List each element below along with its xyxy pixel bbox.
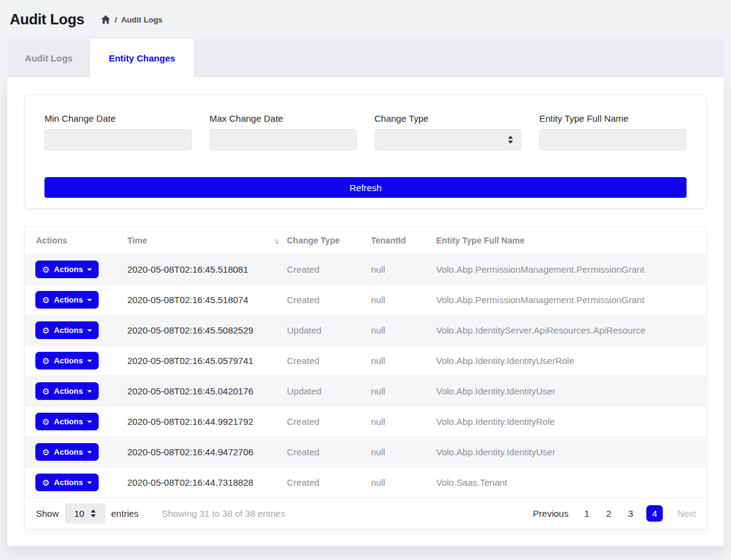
breadcrumb-current: Audit Logs xyxy=(121,15,163,24)
table-row: ⚙Actions 2020-05-08T02:16:45.5082529 Upd… xyxy=(25,315,706,345)
row-actions-button[interactable]: ⚙Actions xyxy=(35,382,99,400)
pagination-page-1[interactable]: 1 xyxy=(583,508,590,519)
min-change-date-label: Min Change Date xyxy=(44,113,192,124)
column-header-actions: Actions xyxy=(25,236,127,245)
pagination-page-3[interactable]: 3 xyxy=(627,508,634,519)
filter-entity-type-full-name: Entity Type Full Name xyxy=(539,113,687,150)
entity-type-full-name-input[interactable] xyxy=(539,129,687,150)
cell-tenant-id: null xyxy=(371,325,436,335)
gear-icon: ⚙ xyxy=(42,448,50,457)
pagination-previous[interactable]: Previous xyxy=(533,508,568,519)
home-icon[interactable] xyxy=(101,15,110,24)
row-actions-button[interactable]: ⚙Actions xyxy=(35,352,99,369)
column-header-entity-type-full-name: Entity Type Full Name xyxy=(436,236,706,245)
column-header-tenant-id: TenantId xyxy=(371,236,436,245)
table-header-row: Actions Time ↑↓ Change Type TenantId Ent… xyxy=(25,227,706,254)
cell-time: 2020-05-08T02:16:44.9921792 xyxy=(127,416,287,427)
table-row: ⚙Actions 2020-05-08T02:16:45.0579741 Cre… xyxy=(25,345,706,376)
caret-down-icon xyxy=(87,360,92,362)
cell-entity-type-full-name: Volo.Abp.PermissionManagement.Permission… xyxy=(436,264,706,275)
breadcrumb: / Audit Logs xyxy=(101,15,163,24)
page-title: Audit Logs xyxy=(10,11,84,28)
cell-tenant-id: null xyxy=(371,386,436,396)
caret-down-icon xyxy=(87,421,92,423)
change-type-label: Change Type xyxy=(375,113,522,124)
page-size-select[interactable]: 10 xyxy=(65,503,105,523)
filter-change-type: Change Type xyxy=(375,113,522,150)
gear-icon: ⚙ xyxy=(42,296,50,304)
row-actions-button[interactable]: ⚙Actions xyxy=(35,443,99,461)
caret-down-icon xyxy=(87,268,92,271)
cell-tenant-id: null xyxy=(371,264,436,275)
pagination-next[interactable]: Next xyxy=(677,508,696,519)
select-updown-icon xyxy=(91,509,96,517)
cell-entity-type-full-name: Volo.Abp.Identity.IdentityUser xyxy=(436,386,706,396)
gear-icon: ⚙ xyxy=(42,418,50,426)
caret-down-icon xyxy=(87,390,92,393)
cell-change-type: Updated xyxy=(287,386,371,396)
cell-tenant-id: null xyxy=(371,355,436,366)
min-change-date-input[interactable] xyxy=(44,129,192,150)
cell-entity-type-full-name: Volo.Abp.Identity.IdentityUser xyxy=(436,447,706,457)
refresh-button[interactable]: Refresh xyxy=(44,177,687,198)
cell-entity-type-full-name: Volo.Abp.IdentityServer.ApiResources.Api… xyxy=(436,325,706,335)
entity-type-full-name-label: Entity Type Full Name xyxy=(539,113,687,124)
cell-time: 2020-05-08T02:16:45.0579741 xyxy=(127,355,287,366)
column-header-time[interactable]: Time ↑↓ xyxy=(127,236,287,245)
cell-tenant-id: null xyxy=(371,477,436,488)
pagination-page-4-active[interactable]: 4 xyxy=(646,505,663,522)
row-actions-button[interactable]: ⚙Actions xyxy=(35,413,99,430)
cell-entity-type-full-name: Volo.Abp.Identity.IdentityUserRole xyxy=(436,355,706,366)
cell-time: 2020-05-08T02:16:44.9472706 xyxy=(127,447,287,457)
max-change-date-input[interactable] xyxy=(210,129,357,150)
cell-time: 2020-05-08T02:16:45.5082529 xyxy=(127,325,287,335)
cell-change-type: Created xyxy=(287,355,371,366)
tab-audit-logs[interactable]: Audit Logs xyxy=(7,39,90,77)
page-header: Audit Logs / Audit Logs xyxy=(0,0,731,39)
pagination: Previous 1 2 3 4 Next xyxy=(518,505,696,522)
change-type-select[interactable] xyxy=(375,129,522,150)
breadcrumb-separator: / xyxy=(115,15,117,24)
row-actions-button[interactable]: ⚙Actions xyxy=(35,291,99,309)
caret-down-icon xyxy=(87,481,92,484)
gear-icon: ⚙ xyxy=(42,387,50,396)
cell-tenant-id: null xyxy=(371,447,436,457)
entity-changes-table: Actions Time ↑↓ Change Type TenantId Ent… xyxy=(24,226,707,530)
tab-strip: Audit Logs Entity Changes xyxy=(7,39,724,77)
show-label: Show xyxy=(36,508,59,519)
table-row: ⚙Actions 2020-05-08T02:16:45.518074 Crea… xyxy=(25,284,706,315)
cell-change-type: Created xyxy=(287,295,371,305)
max-change-date-label: Max Change Date xyxy=(210,113,357,124)
cell-change-type: Created xyxy=(287,416,371,427)
cell-time: 2020-05-08T02:16:45.518074 xyxy=(127,295,287,305)
caret-down-icon xyxy=(87,299,92,301)
row-actions-button[interactable]: ⚙Actions xyxy=(35,261,99,278)
cell-change-type: Created xyxy=(287,447,371,457)
caret-down-icon xyxy=(87,329,92,332)
gear-icon: ⚙ xyxy=(42,478,50,487)
table-row: ⚙Actions 2020-05-08T02:16:44.7318828 Cre… xyxy=(25,467,706,497)
cell-entity-type-full-name: Volo.Abp.Identity.IdentityRole xyxy=(436,416,706,427)
cell-entity-type-full-name: Volo.Abp.PermissionManagement.Permission… xyxy=(436,295,706,305)
gear-icon: ⚙ xyxy=(42,265,50,274)
cell-tenant-id: null xyxy=(371,295,436,305)
sort-icon[interactable]: ↑↓ xyxy=(273,236,277,245)
column-header-change-type: Change Type xyxy=(287,236,371,245)
tab-entity-changes[interactable]: Entity Changes xyxy=(90,39,194,77)
pagination-page-2[interactable]: 2 xyxy=(605,508,612,519)
cell-change-type: Created xyxy=(287,264,371,275)
table-row: ⚙Actions 2020-05-08T02:16:44.9472706 Cre… xyxy=(25,436,706,467)
row-actions-button[interactable]: ⚙Actions xyxy=(35,474,99,491)
cell-change-type: Created xyxy=(287,477,371,488)
entries-summary: Showing 31 to 38 of 38 entries xyxy=(162,508,286,519)
table-row: ⚙Actions 2020-05-08T02:16:44.9921792 Cre… xyxy=(25,406,706,436)
table-row: ⚙Actions 2020-05-08T02:16:45.0420176 Upd… xyxy=(25,376,706,406)
filter-card: Min Change Date Max Change Date Change T… xyxy=(24,94,707,209)
cell-time: 2020-05-08T02:16:45.0420176 xyxy=(127,386,287,396)
cell-time: 2020-05-08T02:16:45.518081 xyxy=(127,264,287,275)
caret-down-icon xyxy=(87,451,92,453)
gear-icon: ⚙ xyxy=(42,326,50,335)
row-actions-button[interactable]: ⚙Actions xyxy=(35,321,99,339)
entries-label: entries xyxy=(111,508,139,519)
main-panel: Min Change Date Max Change Date Change T… xyxy=(7,77,724,546)
